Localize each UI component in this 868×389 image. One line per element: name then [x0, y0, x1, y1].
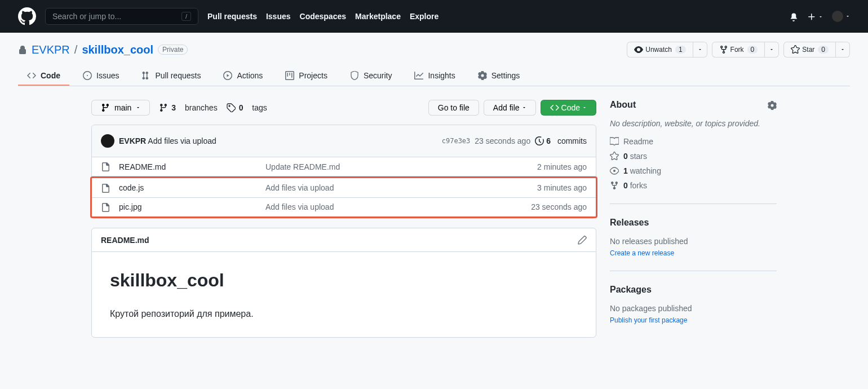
latest-commit-bar: EVKPR Add files via upload c97e3e3 23 se… [92, 125, 596, 157]
tab-issues[interactable]: Issues [74, 67, 128, 86]
forks-link[interactable]: 0 forks [610, 181, 777, 190]
readme-title: skillbox_cool [110, 270, 578, 295]
tab-projects[interactable]: Projects [276, 67, 336, 86]
project-icon [285, 71, 294, 80]
caret-down-icon [136, 105, 140, 110]
repo-owner-link[interactable]: EVKPR [32, 43, 70, 56]
github-logo[interactable] [18, 7, 36, 25]
watching-link[interactable]: 1 watching [610, 166, 777, 175]
main-content: main 3 branches 0 tags Go to file Add fi… [91, 100, 596, 351]
stars-link[interactable]: 0 stars [610, 152, 777, 161]
plus-icon[interactable] [807, 11, 823, 21]
file-commit-msg[interactable]: Update README.md [265, 162, 537, 171]
readme-filename[interactable]: README.md [101, 236, 149, 245]
repo-actions: Unwatch 1 Fork 0 Star 0 [627, 42, 850, 58]
commits-link[interactable]: 6 commits [535, 136, 587, 145]
file-time: 23 seconds ago [531, 202, 587, 211]
caret-down-icon [698, 47, 702, 52]
file-name-link[interactable]: pic.jpg [119, 202, 141, 211]
sidebar: About No description, website, or topics… [610, 100, 777, 351]
commit-sha[interactable]: c97e3e3 [442, 137, 471, 145]
tab-insights[interactable]: Insights [405, 67, 464, 86]
lock-icon [18, 45, 27, 54]
readme-body-text: Крутой репозиторий для примера. [110, 309, 578, 319]
file-row: code.js Add files via upload 3 minutes a… [92, 178, 596, 197]
commit-time: 23 seconds ago [475, 136, 530, 145]
tab-pulls[interactable]: Pull requests [132, 67, 210, 86]
shield-icon [350, 71, 359, 80]
file-name-link[interactable]: code.js [119, 183, 144, 192]
star-dropdown[interactable] [836, 42, 850, 58]
caret-down-icon [769, 47, 774, 52]
history-icon [535, 136, 544, 145]
repo-header: EVKPR / skillbox_cool Private Unwatch 1 … [0, 33, 868, 86]
branches-link[interactable]: 3 branches [159, 103, 217, 112]
repo-title: EVKPR / skillbox_cool Private Unwatch 1 … [18, 42, 850, 58]
global-header: / Pull requests Issues Codespaces Market… [0, 0, 868, 33]
about-description: No description, website, or topics provi… [610, 119, 777, 128]
file-time: 2 minutes ago [537, 162, 587, 171]
nav-marketplace[interactable]: Marketplace [355, 12, 401, 21]
file-commit-msg[interactable]: Add files via upload [265, 202, 531, 211]
file-icon [101, 183, 110, 192]
file-name-link[interactable]: README.md [119, 162, 166, 171]
branch-selector[interactable]: main [91, 100, 150, 116]
caret-down-icon [522, 105, 526, 110]
fork-dropdown[interactable] [765, 42, 779, 58]
star-icon [791, 45, 800, 54]
tags-link[interactable]: 0 tags [227, 103, 267, 112]
gear-icon[interactable] [768, 100, 777, 109]
file-row: README.md Update README.md 2 minutes ago [92, 157, 596, 176]
eye-icon [634, 45, 643, 54]
header-right [789, 11, 850, 22]
search-input[interactable] [52, 12, 177, 21]
goto-file-button[interactable]: Go to file [428, 100, 479, 116]
tab-security[interactable]: Security [341, 67, 401, 86]
watch-dropdown[interactable] [693, 42, 707, 58]
file-navigation: main 3 branches 0 tags Go to file Add fi… [91, 100, 596, 116]
tab-settings[interactable]: Settings [469, 67, 529, 86]
pull-icon [141, 71, 150, 80]
nav-codespaces[interactable]: Codespaces [300, 12, 346, 21]
nav-explore[interactable]: Explore [410, 12, 439, 21]
code-button[interactable]: Code [541, 100, 596, 116]
play-icon [223, 71, 232, 80]
add-file-button[interactable]: Add file [484, 100, 536, 116]
star-icon [610, 152, 619, 161]
readme-link[interactable]: Readme [610, 137, 777, 146]
commit-message[interactable]: Add files via upload [148, 136, 216, 145]
caret-down-icon [582, 105, 587, 110]
watch-button[interactable]: Unwatch 1 [627, 42, 693, 58]
bell-icon[interactable] [789, 11, 798, 21]
file-box: EVKPR Add files via upload c97e3e3 23 se… [91, 125, 596, 219]
create-release-link[interactable]: Create a new release [610, 249, 674, 257]
nav-links: Pull requests Issues Codespaces Marketpl… [207, 12, 439, 21]
commit-author[interactable]: EVKPR [119, 136, 146, 145]
issue-icon [83, 71, 92, 80]
fork-button[interactable]: Fork 0 [712, 42, 765, 58]
tab-code[interactable]: Code [18, 67, 69, 86]
graph-icon [414, 71, 423, 80]
publish-package-link[interactable]: Publish your first package [610, 316, 687, 324]
file-icon [101, 202, 110, 212]
user-avatar[interactable] [832, 11, 850, 22]
highlight-annotation: code.js Add files via upload 3 minutes a… [90, 176, 597, 218]
tag-icon [227, 103, 236, 112]
file-icon [101, 162, 110, 171]
commit-avatar[interactable] [101, 134, 114, 148]
search-box[interactable]: / [45, 8, 198, 25]
pencil-icon[interactable] [578, 235, 587, 245]
repo-name-link[interactable]: skillbox_cool [82, 43, 153, 56]
gear-icon [478, 71, 487, 80]
star-button[interactable]: Star 0 [783, 42, 836, 58]
separator: / [74, 43, 78, 56]
nav-issues[interactable]: Issues [266, 12, 291, 21]
slash-hint: / [181, 12, 191, 21]
file-row: pic.jpg Add files via upload 23 seconds … [92, 198, 596, 216]
releases-none: No releases published [610, 237, 777, 246]
tab-actions[interactable]: Actions [214, 67, 272, 86]
nav-pulls[interactable]: Pull requests [207, 12, 257, 21]
svg-point-0 [613, 170, 615, 172]
fork-icon [610, 181, 619, 190]
file-commit-msg[interactable]: Add files via upload [265, 183, 537, 192]
